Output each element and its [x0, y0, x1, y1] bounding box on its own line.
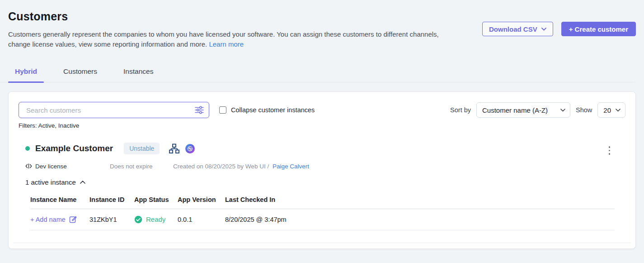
filter-sliders-icon[interactable]	[195, 106, 204, 114]
tab-instances[interactable]: Instances	[117, 63, 160, 82]
created-by-link[interactable]: Paige Calvert	[273, 163, 309, 170]
license-expiry: Does not expire	[110, 163, 173, 170]
license-row: Dev license Does not expire Created on 0…	[25, 163, 625, 170]
chevron-down-icon	[541, 28, 546, 31]
instances-summary: 1 active instance	[25, 178, 76, 186]
download-csv-button[interactable]: Download CSV	[482, 22, 553, 36]
created-info: Created on 08/20/2025 by Web UI / Paige …	[173, 163, 309, 170]
customer-header-row: Example Customer Unstable	[25, 141, 625, 157]
customers-card: Collapse customer instances Sort by Cust…	[8, 91, 636, 249]
instances-table-header: Instance Name Instance ID App Status App…	[30, 193, 615, 209]
card-footer-divider	[13, 243, 631, 243]
download-csv-label: Download CSV	[489, 25, 537, 33]
tab-bar: Hybrid Customers Instances	[0, 63, 636, 82]
header-actions: Download CSV + Create customer	[482, 22, 636, 36]
filters-note: Filters: Active, Inactive	[19, 122, 625, 129]
sort-select-value: Customer name (A-Z)	[482, 106, 548, 114]
collapse-instances-label: Collapse customer instances	[231, 106, 315, 114]
last-checked-in-cell: 8/20/2025 @ 3:47pm	[225, 216, 615, 223]
col-app-version: App Version	[178, 196, 225, 203]
page-title: Customers	[8, 10, 636, 23]
show-select-value: 20	[603, 106, 611, 114]
add-name-label: + Add name	[30, 216, 66, 223]
chevron-down-icon	[616, 109, 620, 112]
sort-select[interactable]: Customer name (A-Z)	[476, 102, 570, 118]
collapse-instances-control: Collapse customer instances	[219, 106, 315, 114]
tab-customers[interactable]: Customers	[56, 63, 104, 82]
toolbar: Collapse customer instances Sort by Cust…	[19, 102, 625, 118]
show-label: Show	[576, 106, 592, 114]
col-instance-id: Instance ID	[89, 196, 134, 203]
tab-hybrid[interactable]: Hybrid	[8, 63, 44, 82]
chevron-up-icon	[80, 181, 85, 184]
instances-toggle[interactable]: 1 active instance	[25, 178, 85, 186]
channel-badge: Unstable	[124, 143, 160, 154]
check-circle-icon	[134, 215, 142, 224]
edit-icon	[69, 215, 77, 223]
learn-more-link[interactable]: Learn more	[209, 40, 244, 48]
chevron-down-icon	[560, 109, 565, 112]
customers-page: Customers Customers generally represent …	[0, 0, 644, 263]
col-last-checked-in: Last Checked In	[225, 196, 615, 203]
col-app-status: App Status	[134, 196, 178, 203]
license-type: Dev license	[25, 163, 110, 170]
customer-name[interactable]: Example Customer	[35, 143, 113, 153]
add-name-button[interactable]: + Add name	[30, 215, 89, 223]
instance-id-cell: 31ZKbY1	[89, 216, 134, 223]
customer-block: Example Customer Unstable	[19, 141, 625, 230]
kubernetes-icon	[185, 144, 195, 153]
created-text: Created on 08/20/2025 by Web UI /	[173, 163, 269, 170]
app-version-cell: 0.0.1	[178, 216, 225, 223]
app-status-label: Ready	[146, 215, 165, 223]
toolbar-right: Sort by Customer name (A-Z) Show 20	[450, 102, 625, 118]
show-select[interactable]: 20	[597, 102, 625, 118]
active-status-dot-icon	[25, 146, 30, 151]
license-type-label: Dev license	[35, 163, 67, 170]
customer-actions-kebab-icon[interactable]	[607, 144, 612, 157]
create-customer-button[interactable]: + Create customer	[561, 22, 636, 36]
app-status-cell: Ready	[134, 215, 178, 224]
table-row: + Add name 31ZKbY1	[30, 209, 615, 230]
collapse-instances-checkbox[interactable]	[219, 106, 226, 114]
search-input[interactable]	[19, 102, 209, 118]
sitemap-icon	[169, 143, 179, 154]
instances-table: Instance Name Instance ID App Status App…	[30, 193, 615, 230]
search-wrap	[19, 102, 209, 118]
col-instance-name: Instance Name	[30, 196, 89, 203]
page-description: Customers generally represent the compan…	[8, 29, 441, 49]
sort-by-label: Sort by	[450, 106, 471, 114]
customer-type-icons	[169, 143, 195, 154]
code-icon	[25, 163, 32, 169]
